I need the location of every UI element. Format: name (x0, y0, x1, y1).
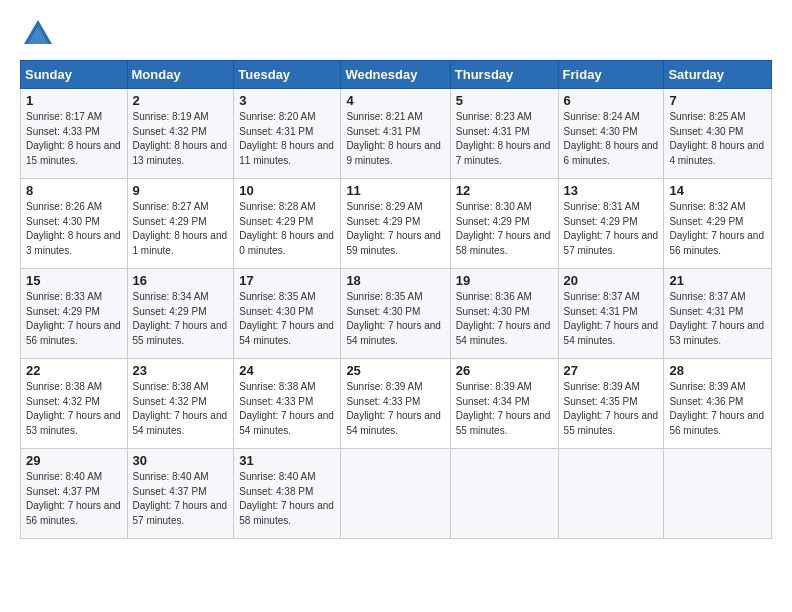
calendar-cell: 4 Sunrise: 8:21 AM Sunset: 4:31 PM Dayli… (341, 89, 450, 179)
day-number: 3 (239, 93, 335, 108)
sunrise-label: Sunrise: 8:28 AM (239, 201, 315, 212)
day-number: 22 (26, 363, 122, 378)
day-info: Sunrise: 8:40 AM Sunset: 4:37 PM Dayligh… (26, 470, 122, 528)
sunrise-label: Sunrise: 8:26 AM (26, 201, 102, 212)
day-number: 13 (564, 183, 659, 198)
calendar-cell (341, 449, 450, 539)
daylight-label: Daylight: 7 hours and 54 minutes. (456, 320, 551, 346)
calendar-cell: 9 Sunrise: 8:27 AM Sunset: 4:29 PM Dayli… (127, 179, 234, 269)
sunset-label: Sunset: 4:34 PM (456, 396, 530, 407)
sunrise-label: Sunrise: 8:40 AM (26, 471, 102, 482)
daylight-label: Daylight: 7 hours and 54 minutes. (239, 410, 334, 436)
header (20, 16, 772, 52)
calendar-cell (450, 449, 558, 539)
sunset-label: Sunset: 4:37 PM (26, 486, 100, 497)
day-info: Sunrise: 8:36 AM Sunset: 4:30 PM Dayligh… (456, 290, 553, 348)
day-number: 24 (239, 363, 335, 378)
day-info: Sunrise: 8:30 AM Sunset: 4:29 PM Dayligh… (456, 200, 553, 258)
daylight-label: Daylight: 7 hours and 59 minutes. (346, 230, 441, 256)
calendar-cell: 12 Sunrise: 8:30 AM Sunset: 4:29 PM Dayl… (450, 179, 558, 269)
day-info: Sunrise: 8:31 AM Sunset: 4:29 PM Dayligh… (564, 200, 659, 258)
calendar-cell: 18 Sunrise: 8:35 AM Sunset: 4:30 PM Dayl… (341, 269, 450, 359)
day-info: Sunrise: 8:37 AM Sunset: 4:31 PM Dayligh… (669, 290, 766, 348)
daylight-label: Daylight: 8 hours and 15 minutes. (26, 140, 121, 166)
calendar-cell: 19 Sunrise: 8:36 AM Sunset: 4:30 PM Dayl… (450, 269, 558, 359)
sunset-label: Sunset: 4:31 PM (239, 126, 313, 137)
day-info: Sunrise: 8:39 AM Sunset: 4:34 PM Dayligh… (456, 380, 553, 438)
sunset-label: Sunset: 4:29 PM (456, 216, 530, 227)
sunrise-label: Sunrise: 8:31 AM (564, 201, 640, 212)
day-info: Sunrise: 8:39 AM Sunset: 4:33 PM Dayligh… (346, 380, 444, 438)
calendar-header-tuesday: Tuesday (234, 61, 341, 89)
daylight-label: Daylight: 7 hours and 57 minutes. (133, 500, 228, 526)
calendar-cell: 25 Sunrise: 8:39 AM Sunset: 4:33 PM Dayl… (341, 359, 450, 449)
daylight-label: Daylight: 7 hours and 55 minutes. (564, 410, 659, 436)
calendar-cell: 13 Sunrise: 8:31 AM Sunset: 4:29 PM Dayl… (558, 179, 664, 269)
daylight-label: Daylight: 7 hours and 55 minutes. (456, 410, 551, 436)
sunrise-label: Sunrise: 8:35 AM (346, 291, 422, 302)
calendar-cell: 21 Sunrise: 8:37 AM Sunset: 4:31 PM Dayl… (664, 269, 772, 359)
day-info: Sunrise: 8:34 AM Sunset: 4:29 PM Dayligh… (133, 290, 229, 348)
daylight-label: Daylight: 7 hours and 58 minutes. (456, 230, 551, 256)
day-number: 21 (669, 273, 766, 288)
sunrise-label: Sunrise: 8:38 AM (133, 381, 209, 392)
sunrise-label: Sunrise: 8:38 AM (239, 381, 315, 392)
day-number: 15 (26, 273, 122, 288)
daylight-label: Daylight: 7 hours and 54 minutes. (346, 410, 441, 436)
sunset-label: Sunset: 4:31 PM (346, 126, 420, 137)
sunset-label: Sunset: 4:32 PM (133, 126, 207, 137)
sunrise-label: Sunrise: 8:36 AM (456, 291, 532, 302)
daylight-label: Daylight: 8 hours and 3 minutes. (26, 230, 121, 256)
calendar-week-row: 1 Sunrise: 8:17 AM Sunset: 4:33 PM Dayli… (21, 89, 772, 179)
day-info: Sunrise: 8:20 AM Sunset: 4:31 PM Dayligh… (239, 110, 335, 168)
sunset-label: Sunset: 4:30 PM (346, 306, 420, 317)
day-number: 9 (133, 183, 229, 198)
daylight-label: Daylight: 8 hours and 11 minutes. (239, 140, 334, 166)
day-number: 5 (456, 93, 553, 108)
sunset-label: Sunset: 4:36 PM (669, 396, 743, 407)
daylight-label: Daylight: 7 hours and 54 minutes. (133, 410, 228, 436)
day-info: Sunrise: 8:40 AM Sunset: 4:38 PM Dayligh… (239, 470, 335, 528)
sunrise-label: Sunrise: 8:29 AM (346, 201, 422, 212)
sunrise-label: Sunrise: 8:27 AM (133, 201, 209, 212)
calendar-cell: 10 Sunrise: 8:28 AM Sunset: 4:29 PM Dayl… (234, 179, 341, 269)
logo-icon (20, 16, 56, 52)
sunrise-label: Sunrise: 8:33 AM (26, 291, 102, 302)
day-number: 31 (239, 453, 335, 468)
calendar-table: SundayMondayTuesdayWednesdayThursdayFrid… (20, 60, 772, 539)
sunrise-label: Sunrise: 8:17 AM (26, 111, 102, 122)
daylight-label: Daylight: 7 hours and 56 minutes. (669, 230, 764, 256)
day-info: Sunrise: 8:32 AM Sunset: 4:29 PM Dayligh… (669, 200, 766, 258)
day-number: 7 (669, 93, 766, 108)
calendar-cell: 8 Sunrise: 8:26 AM Sunset: 4:30 PM Dayli… (21, 179, 128, 269)
daylight-label: Daylight: 7 hours and 56 minutes. (26, 320, 121, 346)
sunset-label: Sunset: 4:29 PM (346, 216, 420, 227)
sunset-label: Sunset: 4:30 PM (564, 126, 638, 137)
calendar-cell: 15 Sunrise: 8:33 AM Sunset: 4:29 PM Dayl… (21, 269, 128, 359)
sunset-label: Sunset: 4:31 PM (669, 306, 743, 317)
daylight-label: Daylight: 7 hours and 53 minutes. (26, 410, 121, 436)
sunrise-label: Sunrise: 8:34 AM (133, 291, 209, 302)
sunrise-label: Sunrise: 8:25 AM (669, 111, 745, 122)
sunset-label: Sunset: 4:31 PM (456, 126, 530, 137)
day-info: Sunrise: 8:40 AM Sunset: 4:37 PM Dayligh… (133, 470, 229, 528)
day-info: Sunrise: 8:35 AM Sunset: 4:30 PM Dayligh… (346, 290, 444, 348)
day-info: Sunrise: 8:27 AM Sunset: 4:29 PM Dayligh… (133, 200, 229, 258)
sunrise-label: Sunrise: 8:40 AM (239, 471, 315, 482)
day-number: 27 (564, 363, 659, 378)
day-number: 20 (564, 273, 659, 288)
day-info: Sunrise: 8:19 AM Sunset: 4:32 PM Dayligh… (133, 110, 229, 168)
day-info: Sunrise: 8:38 AM Sunset: 4:32 PM Dayligh… (26, 380, 122, 438)
sunset-label: Sunset: 4:32 PM (133, 396, 207, 407)
sunrise-label: Sunrise: 8:39 AM (456, 381, 532, 392)
daylight-label: Daylight: 7 hours and 54 minutes. (564, 320, 659, 346)
sunset-label: Sunset: 4:30 PM (456, 306, 530, 317)
sunset-label: Sunset: 4:35 PM (564, 396, 638, 407)
calendar-header-saturday: Saturday (664, 61, 772, 89)
logo (20, 16, 60, 52)
day-number: 6 (564, 93, 659, 108)
day-number: 4 (346, 93, 444, 108)
day-info: Sunrise: 8:23 AM Sunset: 4:31 PM Dayligh… (456, 110, 553, 168)
sunset-label: Sunset: 4:30 PM (669, 126, 743, 137)
sunrise-label: Sunrise: 8:39 AM (346, 381, 422, 392)
